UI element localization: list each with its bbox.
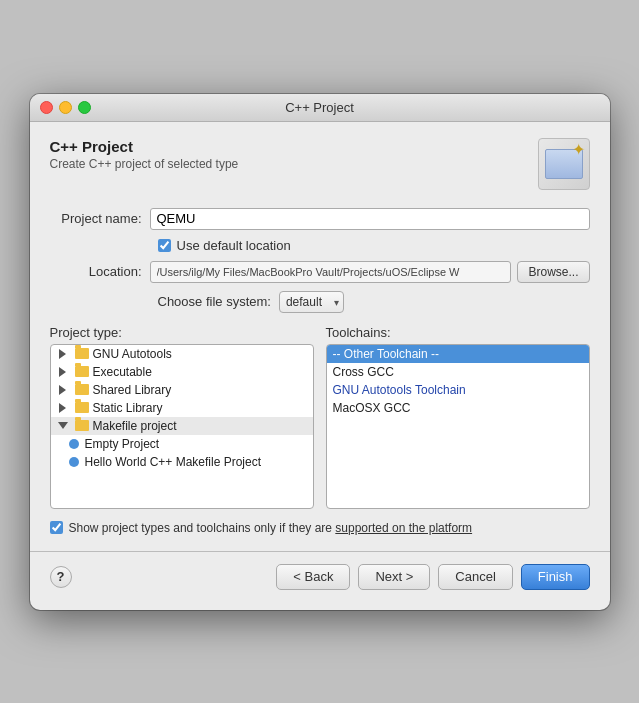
- list-item[interactable]: GNU Autotools: [51, 345, 313, 363]
- divider: [30, 551, 610, 552]
- titlebar: C++ Project: [30, 94, 610, 122]
- list-item-label: Hello World C++ Makefile Project: [85, 455, 262, 469]
- expand-icon: [57, 419, 71, 433]
- list-item[interactable]: Makefile project: [51, 417, 313, 435]
- location-row: Location: Browse...: [50, 261, 590, 283]
- close-button[interactable]: [40, 101, 53, 114]
- folder-icon: [75, 419, 89, 433]
- list-item[interactable]: MacOSX GCC: [327, 399, 589, 417]
- platform-support-link: supported on the platform: [335, 521, 472, 535]
- project-types-list: GNU Autotools Executable: [50, 344, 314, 509]
- back-button[interactable]: < Back: [276, 564, 350, 590]
- project-types-label: Project type:: [50, 325, 314, 340]
- project-name-input[interactable]: [150, 208, 590, 230]
- button-group: < Back Next > Cancel Finish: [276, 564, 589, 590]
- dialog-window: C++ Project C++ Project Create C++ proje…: [30, 94, 610, 610]
- list-item[interactable]: Static Library: [51, 399, 313, 417]
- maximize-button[interactable]: [78, 101, 91, 114]
- list-item[interactable]: Executable: [51, 363, 313, 381]
- dialog-subtitle: Create C++ project of selected type: [50, 157, 239, 171]
- filesystem-row: Choose file system: default: [50, 291, 590, 313]
- project-types-container: Project type: GNU Autotools: [50, 325, 314, 509]
- project-name-row: Project name:: [50, 208, 590, 230]
- toolchains-list: -- Other Toolchain -- Cross GCC GNU Auto…: [326, 344, 590, 509]
- folder-icon: [75, 365, 89, 379]
- filesystem-select[interactable]: default: [279, 291, 344, 313]
- item-dot-icon: [69, 439, 79, 449]
- list-item-label: Executable: [93, 365, 152, 379]
- project-name-label: Project name:: [50, 211, 150, 226]
- list-item-label: Static Library: [93, 401, 163, 415]
- default-location-label: Use default location: [177, 238, 291, 253]
- filesystem-select-wrapper: default: [279, 291, 344, 313]
- list-item-label: Shared Library: [93, 383, 172, 397]
- platform-support-label: Show project types and toolchains only i…: [69, 521, 473, 535]
- toolchains-container: Toolchains: -- Other Toolchain -- Cross …: [326, 325, 590, 509]
- cancel-button[interactable]: Cancel: [438, 564, 512, 590]
- list-item[interactable]: Cross GCC: [327, 363, 589, 381]
- list-item[interactable]: Shared Library: [51, 381, 313, 399]
- list-item-label: GNU Autotools Toolchain: [333, 383, 466, 397]
- titlebar-buttons: [40, 101, 91, 114]
- default-location-checkbox[interactable]: [158, 239, 171, 252]
- list-item-label: Cross GCC: [333, 365, 394, 379]
- expand-icon: [57, 347, 71, 361]
- list-item[interactable]: Hello World C++ Makefile Project: [51, 453, 313, 471]
- header-section: C++ Project Create C++ project of select…: [50, 138, 590, 190]
- help-button[interactable]: ?: [50, 566, 72, 588]
- browse-button[interactable]: Browse...: [517, 261, 589, 283]
- location-label: Location:: [50, 264, 150, 279]
- location-input[interactable]: [150, 261, 512, 283]
- titlebar-title: C++ Project: [285, 100, 354, 115]
- expand-icon: [57, 365, 71, 379]
- list-item-label: MacOSX GCC: [333, 401, 411, 415]
- folder-icon: [75, 347, 89, 361]
- minimize-button[interactable]: [59, 101, 72, 114]
- list-item-label: Makefile project: [93, 419, 177, 433]
- default-location-row: Use default location: [50, 238, 590, 253]
- header-text: C++ Project Create C++ project of select…: [50, 138, 239, 171]
- folder-icon: [75, 401, 89, 415]
- expand-icon: [57, 383, 71, 397]
- expand-icon: [57, 401, 71, 415]
- dialog-title: C++ Project: [50, 138, 239, 155]
- list-item[interactable]: -- Other Toolchain --: [327, 345, 589, 363]
- list-item-label: GNU Autotools: [93, 347, 172, 361]
- bottom-checkbox-row: Show project types and toolchains only i…: [50, 521, 590, 535]
- list-item[interactable]: Empty Project: [51, 435, 313, 453]
- folder-icon: [75, 383, 89, 397]
- lists-section: Project type: GNU Autotools: [50, 325, 590, 509]
- filesystem-label: Choose file system:: [158, 294, 271, 309]
- next-button[interactable]: Next >: [358, 564, 430, 590]
- toolchains-label: Toolchains:: [326, 325, 590, 340]
- button-row: ? < Back Next > Cancel Finish: [50, 564, 590, 594]
- platform-support-checkbox[interactable]: [50, 521, 63, 534]
- finish-button[interactable]: Finish: [521, 564, 590, 590]
- sparkle-icon: ✦: [572, 142, 585, 158]
- item-dot-icon: [69, 457, 79, 467]
- list-item-label: Empty Project: [85, 437, 160, 451]
- header-icon: ✦: [538, 138, 590, 190]
- list-item-label: -- Other Toolchain --: [333, 347, 439, 361]
- dialog-content: C++ Project Create C++ project of select…: [30, 122, 610, 610]
- list-item[interactable]: GNU Autotools Toolchain: [327, 381, 589, 399]
